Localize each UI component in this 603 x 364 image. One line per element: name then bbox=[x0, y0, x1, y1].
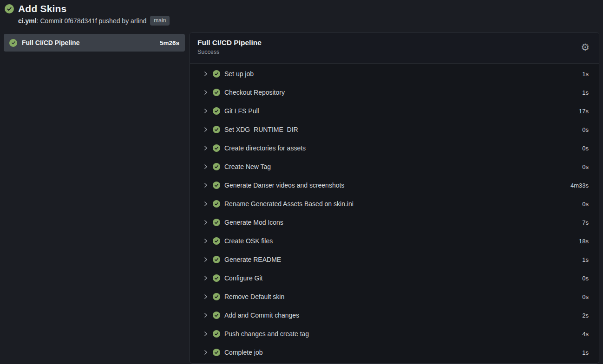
job-status-label: Success bbox=[197, 49, 262, 55]
check-circle-icon bbox=[213, 163, 220, 170]
step-row[interactable]: Create New Tag 0s bbox=[190, 157, 599, 176]
check-circle-icon bbox=[213, 237, 220, 245]
step-row[interactable]: Push changes and create tag 4s bbox=[190, 325, 599, 343]
step-duration: 4m33s bbox=[570, 182, 589, 189]
step-row[interactable]: Generate Mod Icons 7s bbox=[190, 213, 599, 232]
step-name: Git LFS Pull bbox=[224, 107, 579, 115]
chevron-right-icon bbox=[203, 163, 209, 170]
step-duration: 4s bbox=[582, 331, 589, 338]
step-name: Create New Tag bbox=[224, 163, 582, 170]
step-duration: 18s bbox=[579, 238, 589, 245]
chevron-right-icon bbox=[203, 145, 209, 151]
check-circle-icon bbox=[5, 4, 14, 13]
step-name: Checkout Repository bbox=[224, 89, 582, 96]
chevron-right-icon bbox=[203, 108, 209, 114]
check-circle-icon bbox=[213, 89, 220, 96]
step-row[interactable]: Create OSK files 18s bbox=[190, 232, 599, 250]
chevron-right-icon bbox=[203, 201, 209, 207]
steps-list: Set up job 1s Checkout Repository 1s G bbox=[190, 64, 599, 363]
job-duration: 5m26s bbox=[160, 39, 179, 46]
chevron-right-icon bbox=[203, 293, 209, 300]
check-circle-icon bbox=[213, 349, 220, 356]
chevron-right-icon bbox=[203, 71, 209, 77]
step-row[interactable]: Complete job 1s bbox=[190, 343, 599, 362]
jobs-sidebar: Full CI/CD Pipeline 5m26s bbox=[4, 32, 185, 52]
workflow-file: ci.yml bbox=[18, 17, 37, 25]
chevron-right-icon bbox=[203, 275, 209, 281]
chevron-right-icon bbox=[203, 219, 209, 226]
step-row[interactable]: Rename Generated Assets Based on skin.in… bbox=[190, 195, 599, 213]
chevron-right-icon bbox=[203, 126, 209, 133]
check-circle-icon bbox=[213, 256, 220, 263]
chevron-right-icon bbox=[203, 238, 209, 244]
step-name: Push changes and create tag bbox=[224, 330, 582, 338]
step-row[interactable]: Set XDG_RUNTIME_DIR 0s bbox=[190, 120, 599, 139]
step-duration: 0s bbox=[582, 201, 589, 208]
step-duration: 1s bbox=[582, 256, 589, 263]
step-name: Remove Default skin bbox=[224, 293, 582, 300]
step-row[interactable]: Create directories for assets 0s bbox=[190, 139, 599, 157]
step-duration: 2s bbox=[582, 312, 589, 319]
run-subtitle: ci.yml: Commit 0f678d341f pushed by arli… bbox=[18, 16, 598, 26]
chevron-right-icon bbox=[203, 89, 209, 96]
job-panel-title: Full CI/CD Pipeline bbox=[197, 38, 262, 47]
check-circle-icon bbox=[213, 293, 220, 300]
chevron-right-icon bbox=[203, 349, 209, 356]
step-name: Set up job bbox=[224, 70, 582, 78]
step-duration: 17s bbox=[579, 108, 589, 115]
commit-text: : Commit 0f678d341f pushed by arlind bbox=[37, 17, 147, 25]
chevron-right-icon bbox=[203, 312, 209, 318]
check-circle-icon bbox=[213, 182, 220, 189]
step-row[interactable]: Checkout Repository 1s bbox=[190, 83, 599, 102]
check-circle-icon bbox=[213, 219, 220, 226]
check-circle-icon bbox=[213, 144, 220, 152]
run-header: Add Skins ci.yml: Commit 0f678d341f push… bbox=[0, 0, 603, 26]
step-row[interactable]: Git LFS Pull 17s bbox=[190, 102, 599, 120]
step-duration: 1s bbox=[582, 349, 589, 356]
step-duration: 0s bbox=[582, 163, 589, 170]
check-circle-icon bbox=[213, 126, 220, 133]
chevron-right-icon bbox=[203, 256, 209, 263]
job-panel: Full CI/CD Pipeline Success ⚙︎ Set up jo… bbox=[190, 32, 599, 364]
step-duration: 0s bbox=[582, 126, 589, 133]
check-circle-icon bbox=[213, 200, 220, 208]
step-duration: 0s bbox=[582, 145, 589, 152]
run-content: Full CI/CD Pipeline 5m26s Full CI/CD Pip… bbox=[0, 32, 603, 364]
step-duration: 0s bbox=[582, 275, 589, 282]
chevron-right-icon bbox=[203, 182, 209, 188]
gear-icon[interactable]: ⚙︎ bbox=[581, 42, 590, 52]
commit-summary: ci.yml: Commit 0f678d341f pushed by arli… bbox=[18, 17, 146, 25]
job-panel-header: Full CI/CD Pipeline Success ⚙︎ bbox=[190, 32, 599, 64]
step-row[interactable]: Set up job 1s bbox=[190, 65, 599, 83]
branch-badge[interactable]: main bbox=[150, 16, 170, 26]
run-title-row: Add Skins bbox=[5, 3, 598, 14]
step-name: Set XDG_RUNTIME_DIR bbox=[224, 126, 582, 133]
sidebar-job-item[interactable]: Full CI/CD Pipeline 5m26s bbox=[4, 34, 185, 52]
check-circle-icon bbox=[213, 312, 220, 319]
step-name: Generate Danser videos and screenshots bbox=[224, 182, 570, 189]
step-name: Configure Git bbox=[224, 274, 582, 282]
step-name: Rename Generated Assets Based on skin.in… bbox=[224, 200, 582, 208]
run-title: Add Skins bbox=[18, 3, 66, 14]
step-duration: 1s bbox=[582, 71, 589, 78]
step-name: Create OSK files bbox=[224, 237, 579, 245]
check-circle-icon bbox=[213, 330, 220, 338]
job-name: Full CI/CD Pipeline bbox=[22, 39, 155, 46]
check-circle-icon bbox=[213, 274, 220, 282]
job-panel-titles: Full CI/CD Pipeline Success bbox=[197, 38, 262, 55]
step-row[interactable]: Configure Git 0s bbox=[190, 269, 599, 287]
step-duration: 7s bbox=[582, 219, 589, 226]
step-duration: 0s bbox=[582, 293, 589, 300]
step-row[interactable]: Generate Danser videos and screenshots 4… bbox=[190, 176, 599, 195]
step-row[interactable]: Generate README 1s bbox=[190, 250, 599, 269]
check-circle-icon bbox=[213, 107, 220, 115]
step-row[interactable]: Remove Default skin 0s bbox=[190, 287, 599, 306]
chevron-right-icon bbox=[203, 331, 209, 337]
step-name: Create directories for assets bbox=[224, 144, 582, 152]
step-duration: 1s bbox=[582, 89, 589, 96]
step-name: Generate Mod Icons bbox=[224, 219, 582, 226]
step-name: Complete job bbox=[224, 349, 582, 356]
check-circle-icon bbox=[213, 70, 220, 78]
check-circle-icon bbox=[9, 39, 17, 47]
step-row[interactable]: Add and Commit changes 2s bbox=[190, 306, 599, 325]
